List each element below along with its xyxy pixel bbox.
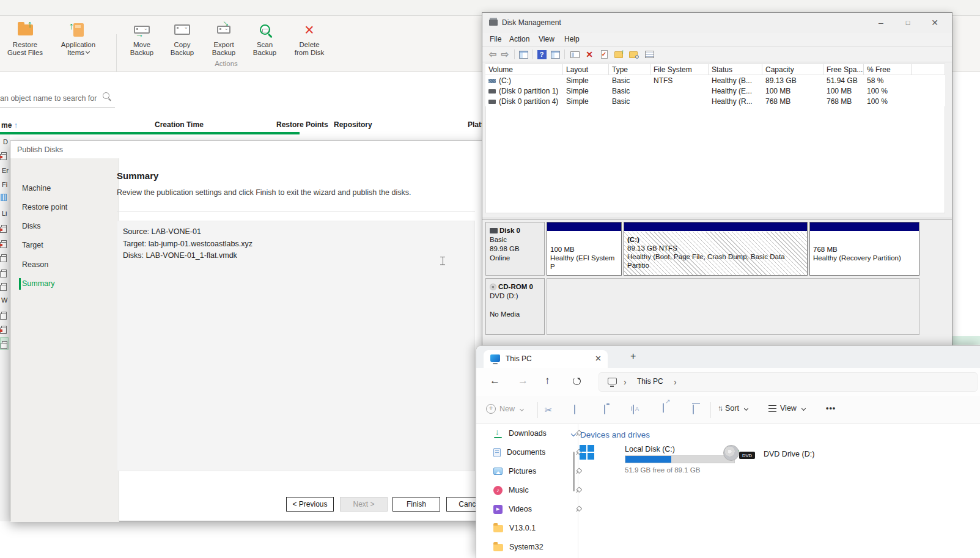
tree-item-label[interactable]: D xyxy=(3,138,8,145)
folder-search-icon[interactable] xyxy=(628,50,639,59)
column-name[interactable]: me ↑ xyxy=(1,120,18,130)
sidebar-item-music[interactable]: ♪Music xyxy=(493,481,573,499)
cut-icon[interactable]: ✂ xyxy=(545,405,553,414)
col-status[interactable]: Status xyxy=(709,64,762,75)
paste-icon[interactable] xyxy=(604,405,605,414)
sidebar-item-videos[interactable]: ▶Videos xyxy=(493,500,573,518)
partition-efi[interactable]: 100 MB Healthy (EFI System P xyxy=(547,222,622,276)
inspect-icon[interactable] xyxy=(569,50,580,59)
sidebar-item-downloads[interactable]: Downloads xyxy=(493,424,573,442)
copy-backup-button[interactable]: Copy Backup xyxy=(160,20,204,57)
pin-icon xyxy=(574,505,583,513)
window-titlebar[interactable]: Disk Management – □ ✕ xyxy=(482,13,952,33)
application-items-button[interactable]: ↑ Application Items xyxy=(56,20,100,57)
tab-this-pc[interactable]: This PC ✕ xyxy=(484,350,608,368)
delete-from-disk-button[interactable]: × Delete from Disk xyxy=(287,20,331,57)
scan-backup-button[interactable]: Scan Backup xyxy=(243,20,287,57)
col-capacity[interactable]: Capacity xyxy=(762,64,823,75)
page-subtitle: Review the publication settings and clic… xyxy=(117,188,411,197)
view-button[interactable]: View xyxy=(768,404,805,413)
col-pct-free[interactable]: % Free xyxy=(864,64,912,75)
col-free-space[interactable]: Free Spa... xyxy=(823,64,864,75)
menu-help[interactable]: Help xyxy=(564,35,580,43)
volume-row[interactable]: (Disk 0 partition 4) Simple Basic Health… xyxy=(485,96,945,106)
column-restore-points[interactable]: Restore Points xyxy=(276,120,328,129)
refresh-button[interactable] xyxy=(573,377,581,385)
minimize-button[interactable]: – xyxy=(869,13,893,32)
export-backup-button[interactable]: → Export Backup xyxy=(202,20,246,57)
sidebar-scrollbar[interactable] xyxy=(573,452,575,491)
step-target[interactable]: Target xyxy=(10,236,119,255)
see-more-button[interactable]: ••• xyxy=(826,404,836,413)
finish-button[interactable]: Finish xyxy=(392,497,440,512)
tree-item-label[interactable]: W xyxy=(1,296,7,304)
rename-icon[interactable] xyxy=(633,405,634,414)
column-creation-time[interactable]: Creation Time xyxy=(155,120,204,129)
search-input[interactable]: an object name to search for xyxy=(0,89,115,108)
share-icon[interactable] xyxy=(663,403,664,413)
next-button[interactable]: Next > xyxy=(340,497,388,512)
step-reason[interactable]: Reason xyxy=(10,255,119,274)
col-layout[interactable]: Layout xyxy=(563,64,609,75)
disk0-label-cell[interactable]: Disk 0 Basic 89.98 GB Online xyxy=(485,222,545,276)
close-button[interactable]: ✕ xyxy=(923,13,947,32)
step-summary[interactable]: Summary xyxy=(10,274,119,293)
sidebar-item-documents[interactable]: Documents xyxy=(493,443,573,461)
menu-action[interactable]: Action xyxy=(509,35,529,43)
button-label: Guest Files xyxy=(3,49,47,57)
restore-guest-files-button[interactable]: ↑ Restore Guest Files xyxy=(3,20,47,57)
console-tree-icon[interactable] xyxy=(518,50,529,59)
group-header-devices-drives[interactable]: Devices and drives xyxy=(572,430,650,439)
sidebar-item-pictures[interactable]: Pictures xyxy=(493,462,573,480)
volume-row[interactable]: (Disk 0 partition 1) Simple Basic Health… xyxy=(485,86,945,96)
step-machine[interactable]: Machine xyxy=(10,179,119,198)
tab-close-icon[interactable]: ✕ xyxy=(595,354,602,363)
collapse-chevron-icon xyxy=(571,431,576,436)
properties-check-icon[interactable]: ✓ xyxy=(599,50,610,59)
breadcrumb[interactable]: This PC xyxy=(637,377,663,386)
tree-node-icon xyxy=(1,283,7,288)
copy-icon[interactable] xyxy=(574,405,575,414)
task-list-icon[interactable] xyxy=(644,50,655,59)
maximize-button[interactable]: □ xyxy=(896,13,920,32)
partition-recovery[interactable]: 768 MB Healthy (Recovery Partition) xyxy=(809,222,919,276)
button-label: Delete xyxy=(287,41,331,49)
column-repository[interactable]: Repository xyxy=(334,120,372,129)
col-file-system[interactable]: File System xyxy=(650,64,709,75)
up-button[interactable]: ↑ xyxy=(545,375,550,387)
dialog-titlebar[interactable]: Publish Disks xyxy=(10,141,484,158)
forward-button[interactable]: → xyxy=(518,375,528,387)
nav-forward-icon[interactable]: ⇨ xyxy=(499,50,510,59)
help-icon[interactable]: ? xyxy=(536,50,547,59)
volume-row[interactable]: (C:) Simple Basic NTFS Healthy (B... 89.… xyxy=(485,75,945,86)
sort-button[interactable]: ↑↓ Sort xyxy=(718,404,748,413)
menu-view[interactable]: View xyxy=(539,35,554,43)
step-restore-point[interactable]: Restore point xyxy=(10,198,119,217)
nav-back-icon[interactable]: ⇦ xyxy=(487,50,498,59)
partition-c-selected[interactable]: (C:) 89.13 GB NTFS Healthy (Boot, Page F… xyxy=(624,222,808,276)
back-button[interactable]: ← xyxy=(490,375,500,387)
scan-backup-icon xyxy=(260,24,270,35)
partition-color-bar xyxy=(624,222,807,232)
disk-management-window: Disk Management – □ ✕ File Action View H… xyxy=(482,12,952,345)
col-volume[interactable]: Volume xyxy=(485,64,563,75)
tree-item-label[interactable]: Li xyxy=(2,210,7,217)
tree-item-label[interactable]: Fi xyxy=(2,181,7,188)
new-button[interactable]: New xyxy=(486,404,523,414)
address-bar[interactable]: › This PC › xyxy=(599,372,978,392)
step-disks[interactable]: Disks xyxy=(10,217,119,236)
folder-up-icon[interactable]: ↑ xyxy=(613,50,624,59)
delete-icon[interactable] xyxy=(693,405,694,414)
cdrom-empty-region[interactable] xyxy=(547,278,919,335)
move-backup-button[interactable]: → Move Backup xyxy=(120,20,164,57)
cdrom-label-cell[interactable]: CD-ROM 0 DVD (D:) No Media xyxy=(485,278,545,335)
new-tab-button[interactable]: + xyxy=(630,351,636,362)
tree-item-label[interactable]: Er xyxy=(2,167,9,174)
action-pane-icon[interactable] xyxy=(550,50,561,59)
previous-button[interactable]: < Previous xyxy=(286,497,334,512)
delete-volume-icon[interactable]: ✕ xyxy=(584,50,595,59)
sidebar-item-folder[interactable]: System32 xyxy=(493,538,573,556)
menu-file[interactable]: File xyxy=(490,35,501,43)
sidebar-item-folder[interactable]: V13.0.1 xyxy=(493,519,573,537)
col-type[interactable]: Type xyxy=(609,64,650,75)
